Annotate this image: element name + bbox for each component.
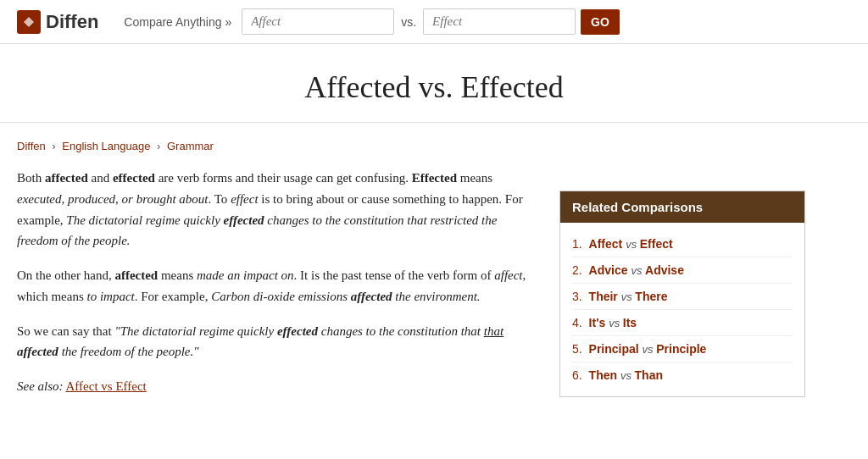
italic-example-1: The dictatorial regime quickly effected …	[17, 213, 497, 248]
page-title: Affected vs. Effected	[17, 69, 851, 105]
italic-made: made an impact on	[197, 268, 294, 282]
logo-text[interactable]: Diffen	[46, 11, 98, 33]
breadcrumb-grammar[interactable]: Grammar	[167, 140, 214, 152]
main-layout: Diffen › English Language › Grammar Both…	[0, 123, 868, 414]
italic-meaning: executed, produced, or brought about	[17, 192, 209, 206]
sidebar: Related Comparisons 1. Affect vs Effect2…	[559, 140, 805, 397]
breadcrumb-diffen[interactable]: Diffen	[17, 140, 46, 152]
link-that[interactable]: that	[484, 324, 504, 338]
paragraph-3: So we can say that "The dictatorial regi…	[17, 321, 534, 363]
bold-affected-4: affected	[17, 345, 58, 358]
italic-affect: affect	[494, 268, 522, 282]
bold-effected-4: effected	[277, 324, 318, 338]
related-link2-5[interactable]: Principle	[656, 342, 706, 356]
related-link-3[interactable]: Their	[589, 290, 618, 303]
related-comparisons-box: Related Comparisons 1. Affect vs Effect2…	[559, 191, 805, 397]
bold-effected-1: effected	[113, 171, 155, 185]
see-also-link[interactable]: Affect vs Effect	[66, 379, 147, 393]
italic-effect: effect	[231, 192, 258, 206]
related-link-1[interactable]: Affect	[589, 237, 623, 251]
related-link-6[interactable]: Then	[589, 368, 617, 382]
breadcrumb-english[interactable]: English Language	[62, 140, 150, 152]
header: Diffen Compare Anything » vs. GO	[0, 0, 868, 44]
see-also: See also: Affect vs Effect	[17, 376, 534, 397]
go-button[interactable]: GO	[581, 9, 620, 35]
paragraph-1: Both affected and effected are verb form…	[17, 168, 534, 252]
related-link-2[interactable]: Advice	[589, 263, 628, 277]
logo-icon	[17, 10, 41, 34]
breadcrumb-sep1: ›	[52, 140, 58, 152]
title-area: Affected vs. Effected	[0, 44, 868, 123]
breadcrumb: Diffen › English Language › Grammar	[17, 140, 534, 152]
related-item-1: 1. Affect vs Effect	[572, 231, 793, 257]
italic-quote: "The dictatorial regime quickly effected…	[17, 324, 504, 359]
bold-effected-2: Effected	[412, 171, 457, 185]
search-input-1[interactable]	[242, 8, 394, 35]
bold-effected-3: effected	[224, 213, 264, 227]
bold-affected-1: affected	[45, 171, 88, 185]
related-item-5: 5. Principal vs Principle	[572, 336, 793, 362]
related-item-4: 4. It's vs Its	[572, 310, 793, 336]
related-link-5[interactable]: Principal	[589, 342, 639, 356]
related-item-3: 3. Their vs There	[572, 284, 793, 310]
related-comparisons-title: Related Comparisons	[560, 191, 804, 223]
related-link2-3[interactable]: There	[635, 290, 667, 303]
related-item-6: 6. Then vs Than	[572, 362, 793, 388]
breadcrumb-sep2: ›	[157, 140, 164, 152]
related-list: 1. Affect vs Effect2. Advice vs Advise3.…	[560, 223, 804, 396]
related-link2-6[interactable]: Than	[635, 368, 663, 382]
vs-label: vs.	[401, 15, 416, 29]
italic-to-impact: to impact	[86, 290, 134, 303]
paragraph-2: On the other hand, affected means made a…	[17, 265, 534, 307]
bold-affected-2: affected	[114, 268, 158, 282]
related-link2-1[interactable]: Effect	[640, 237, 673, 251]
related-link-4[interactable]: It's	[589, 316, 606, 329]
italic-example-2: Carbon di-oxide emissions affected the e…	[211, 290, 480, 303]
search-input-2[interactable]	[423, 8, 576, 35]
related-link2-4[interactable]: Its	[623, 316, 637, 329]
content-area: Diffen › English Language › Grammar Both…	[17, 140, 559, 397]
logo-area: Diffen	[17, 10, 98, 34]
related-link2-2[interactable]: Advise	[645, 263, 684, 277]
bold-affected-3: affected	[351, 290, 392, 303]
see-also-label: See also:	[17, 379, 64, 393]
related-item-2: 2. Advice vs Advise	[572, 257, 793, 284]
compare-label: Compare Anything »	[124, 15, 231, 29]
